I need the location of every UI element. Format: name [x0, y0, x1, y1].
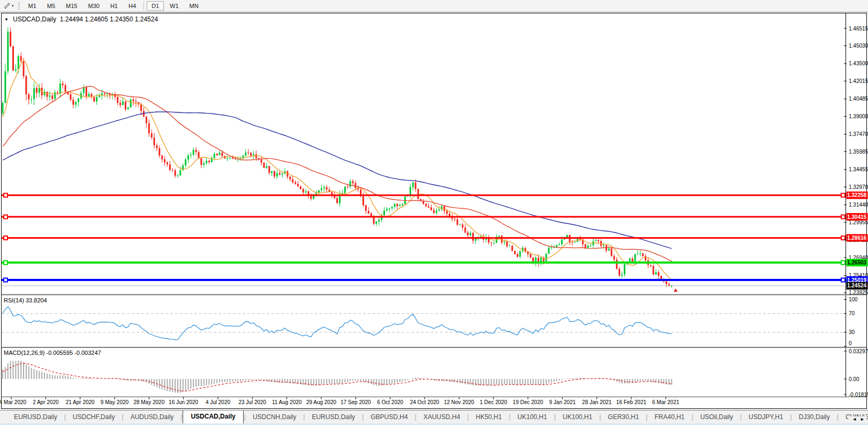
ma-slow-line [3, 112, 671, 249]
price-axis-tick: 1.37470 [849, 131, 868, 137]
chart-tab-dj30-daily[interactable]: DJ30,Daily [792, 411, 836, 423]
chart-tab-audusd-daily[interactable]: AUDUSD,Daily [124, 411, 180, 423]
rsi-label: RSI(14) 33.8204 [4, 297, 47, 303]
chart-tab-usdcad-daily[interactable]: USDCAD,Daily [183, 410, 243, 423]
price-axis-tick: 1.40485 [849, 96, 868, 102]
time-axis-label: 16 Feb 2021 [616, 399, 647, 405]
level-handle[interactable] [841, 236, 845, 240]
chart-tab-usdchf-daily[interactable]: USDCHF,Daily [66, 411, 122, 423]
macd-values: -0.005595 -0.003247 [46, 350, 101, 356]
price-axis-tick: 1.34455 [849, 166, 868, 172]
trading-terminal: ▾ M1M5M15M30H1H4D1W1MN ▼ USDCAD,Daily 1.… [0, 0, 868, 425]
time-axis-label: 23 Jul 2020 [238, 399, 266, 405]
level-handle[interactable] [4, 215, 7, 219]
horizontal-level-lines [2, 193, 845, 282]
price-axis-tick: 1.46515 [849, 26, 868, 32]
chart-tab-uk100-h1[interactable]: UK100,H1 [556, 411, 599, 423]
time-axis-label: 17 Sep 2020 [341, 399, 371, 405]
trade-arrow-icon [674, 289, 677, 292]
chart-tab-hk50-h1[interactable]: HK50,H1 [470, 411, 509, 423]
time-axis-label: 14 Mar 2020 [0, 399, 27, 405]
macd-pane: 0.0329720.00-0.018154 [3, 348, 868, 398]
tab-scroll-arrows: ◄► [848, 416, 866, 422]
rsi-value: 33.8204 [26, 297, 47, 303]
price-axis-tick: 1.23925 [849, 290, 868, 295]
rsi-axis-tick: 0 [849, 340, 852, 346]
time-axis-label: 12 Nov 2020 [444, 399, 474, 405]
macd-axis-tick: -0.018154 [849, 392, 868, 398]
chart-tab-eurusd-daily[interactable]: EURUSD,Daily [305, 411, 361, 423]
collapse-triangle-icon[interactable]: ▼ [4, 17, 9, 22]
price-tag-value: 1.28616 [847, 235, 867, 241]
level-handle[interactable] [841, 278, 845, 282]
macd-label: MACD(12,26,9) -0.005595 -0.003247 [4, 350, 101, 356]
rsi-line [3, 307, 671, 340]
price-axis-tick: 1.32970 [849, 184, 868, 190]
chart-tab-ger30-h1[interactable]: GER30,H1 [601, 411, 645, 423]
level-handle[interactable] [4, 278, 7, 282]
chart-tab-usdjpy-h1[interactable]: USDJPY,H1 [742, 411, 789, 423]
price-axis-tick: 1.35985 [849, 149, 868, 155]
time-axis-label: 29 Aug 2020 [306, 399, 337, 405]
chart-tab-gbpusd-h4[interactable]: GBPUSD,H4 [364, 411, 414, 423]
time-axis-label: 19 Dec 2020 [513, 399, 544, 405]
chart-tab-eurusd-daily[interactable]: EURUSD,Daily [7, 411, 64, 423]
chart-symbol: USDCAD,Daily [13, 16, 56, 23]
time-axis-label: 1 Dec 2020 [480, 399, 508, 405]
time-axis-label: 24 Oct 2020 [410, 399, 440, 405]
time-axis[interactable]: 14 Mar 20202 Apr 202021 Apr 20209 May 20… [0, 397, 680, 405]
price-tag-value: 1.24524 [847, 283, 867, 289]
chart-tab-usoil-daily[interactable]: USOil,Daily [694, 411, 739, 423]
chart-tab-xauusd-h4[interactable]: XAUUSD,H4 [417, 411, 467, 423]
time-axis-label: 21 Apr 2020 [66, 399, 95, 405]
time-axis-label: 2 Apr 2020 [33, 399, 59, 405]
time-axis-label: 9 Jan 2021 [549, 399, 576, 405]
chart-ohlc-values: 1.24494 1.24605 1.24350 1.24524 [60, 16, 158, 23]
price-axis-tick: 1.45030 [849, 43, 868, 49]
chart-tab-fra40-h1[interactable]: FRA40,H1 [648, 411, 691, 423]
tab-scroll-right-icon[interactable]: ► [858, 416, 866, 422]
level-handle[interactable] [841, 215, 845, 219]
price-axis-tick: 1.39000 [849, 113, 868, 119]
price-tag-value: 1.30415 [847, 214, 867, 220]
ma-mid-line [3, 86, 671, 261]
level-handle[interactable] [4, 193, 7, 197]
price-axis-tick: 1.43500 [849, 60, 868, 66]
time-axis-label: 11 Aug 2020 [272, 399, 302, 405]
chart-tab-bar: EURUSD,Daily|USDCHF,Daily|AUDUSD,Daily|U… [0, 410, 868, 423]
rsi-pane: 10070300 [2, 297, 858, 346]
time-axis-label: 28 May 2020 [133, 399, 164, 405]
rsi-axis-tick: 30 [849, 329, 855, 335]
time-axis-label: 6 Mar 2021 [652, 399, 680, 405]
price-axis[interactable]: 1.465151.450301.435001.420151.404851.390… [844, 26, 868, 296]
macd-signal-line [3, 363, 671, 391]
time-axis-label: 28 Jan 2021 [582, 399, 612, 405]
macd-axis-tick: 0.00 [849, 376, 859, 382]
level-handle[interactable] [4, 261, 7, 264]
time-axis-label: 16 Jun 2020 [169, 399, 198, 405]
level-handle[interactable] [841, 261, 845, 264]
chart-title: ▼ USDCAD,Daily 1.24494 1.24605 1.24350 1… [4, 16, 158, 23]
price-tag-value: 1.32258 [847, 192, 867, 198]
tab-scroll-left-icon[interactable]: ◄ [850, 416, 858, 422]
time-axis-label: 9 May 2020 [101, 399, 129, 405]
chart-tab-uk100-h1[interactable]: UK100,H1 [511, 411, 553, 423]
price-axis-tick: 1.42015 [849, 78, 868, 84]
candlestick-series [2, 27, 673, 288]
price-axis-tick: 1.31440 [849, 202, 868, 208]
macd-axis-tick: 0.032972 [849, 348, 868, 354]
rsi-axis-tick: 70 [849, 310, 855, 316]
chart-canvas: 1.465151.450301.435001.420151.404851.390… [0, 0, 868, 425]
ma-fast-line [3, 60, 671, 280]
level-handle[interactable] [841, 193, 845, 197]
rsi-axis-tick: 100 [849, 297, 858, 302]
price-tag-value: 1.26503 [847, 260, 867, 265]
level-handle[interactable] [4, 236, 7, 240]
time-axis-label: 6 Oct 2020 [377, 399, 403, 405]
time-axis-label: 4 Jul 2020 [206, 399, 231, 405]
chart-tab-usdcnh-daily[interactable]: USDCNH,Daily [246, 411, 303, 423]
